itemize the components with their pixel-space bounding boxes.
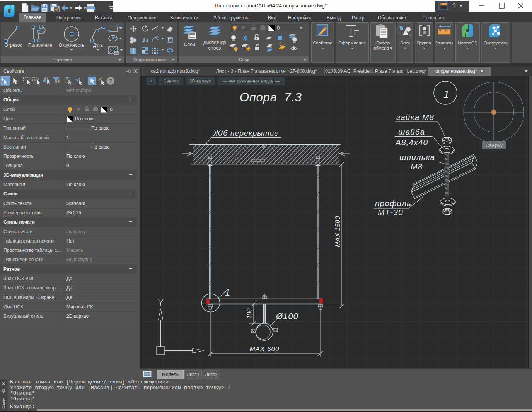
svg-text:Полилиния: Полилиния — [28, 43, 52, 48]
svg-text:?: ? — [109, 78, 113, 84]
svg-text:Ø100: Ø100 — [276, 311, 298, 321]
svg-text:1: 1 — [443, 89, 449, 100]
svg-text:Ж/б перекрытие: Ж/б перекрытие — [213, 129, 279, 137]
svg-text:Коман: Коман — [2, 398, 6, 409]
svg-text:Диспетчер: Диспетчер — [203, 40, 226, 45]
svg-text:Дуга: Дуга — [93, 43, 103, 48]
svg-text:Окружность: Окружность — [59, 43, 84, 48]
svg-text:100: 100 — [246, 308, 252, 319]
svg-text:Опора 7.3: Опора 7.3 — [240, 90, 302, 104]
svg-text:?: ? — [452, 3, 456, 9]
svg-text:Сверху: Сверху — [485, 142, 503, 148]
svg-text:МАХ 600: МАХ 600 — [250, 345, 280, 353]
svg-text:0: 0 — [277, 25, 280, 31]
svg-text:А8,4х40: А8,4х40 — [395, 138, 428, 147]
svg-text:шпилька: шпилька — [399, 153, 435, 162]
svg-text:Слои: Слои — [184, 42, 195, 47]
svg-text:М8: М8 — [411, 162, 423, 171]
svg-text:МАХ 1500: МАХ 1500 — [334, 216, 341, 247]
svg-text:шайба: шайба — [398, 127, 425, 136]
svg-text:профиль: профиль — [375, 199, 411, 208]
svg-text:слоёв: слоёв — [208, 45, 221, 51]
svg-text:гайка М8: гайка М8 — [396, 113, 434, 121]
svg-text:Отрезок: Отрезок — [4, 43, 22, 48]
svg-text:1: 1 — [225, 287, 230, 297]
svg-text:МТ-30: МТ-30 — [378, 208, 403, 217]
